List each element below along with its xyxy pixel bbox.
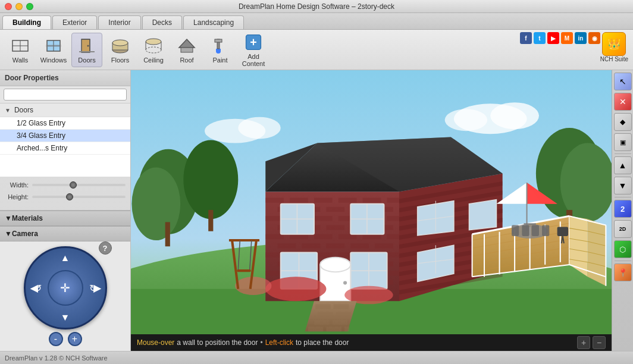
svg-rect-59 — [314, 234, 333, 239]
paint-icon — [211, 36, 230, 55]
tool-ceiling[interactable]: Ceiling — [138, 33, 169, 67]
linkedin-icon[interactable]: in — [575, 32, 587, 44]
facebook-icon[interactable]: f — [520, 32, 532, 44]
tab-landscaping[interactable]: Landscaping — [183, 15, 244, 29]
window-controls[interactable] — [5, 3, 33, 10]
viewport[interactable]: Mouse-over a wall to position the door •… — [131, 70, 612, 351]
camera-down[interactable]: ▼ — [61, 312, 70, 323]
left-panel: Door Properties ▼ Doors 1/2 Glass Entry … — [0, 70, 131, 351]
nch-label: NCH Suite — [600, 56, 628, 62]
tool-3d[interactable]: ⬡ — [614, 240, 632, 258]
tool-delete[interactable]: ✕ — [614, 93, 632, 111]
filter-bar — [0, 86, 130, 103]
door-item-three-quarter-glass[interactable]: 3/4 Glass Entry — [0, 130, 130, 142]
camera-section-header[interactable]: ▼ Camera — [0, 226, 130, 241]
twitter-icon[interactable]: t — [534, 32, 546, 44]
tab-decks[interactable]: Decks — [142, 15, 182, 29]
width-prop: Width: — [5, 181, 126, 189]
svg-rect-54 — [326, 225, 344, 230]
tool-doors[interactable]: Doors — [71, 33, 102, 67]
tool-walls[interactable]: Walls — [5, 33, 36, 67]
tool-paint[interactable]: Paint — [205, 33, 236, 67]
walls-label: Walls — [12, 57, 28, 64]
tool-windows[interactable]: Windows — [38, 33, 69, 67]
svg-rect-190 — [308, 327, 324, 331]
camera-center[interactable]: ✛ — [48, 270, 83, 306]
windows-label: Windows — [40, 57, 67, 64]
svg-point-176 — [235, 277, 271, 295]
status-bar: Mouse-over a wall to position the door •… — [131, 334, 612, 351]
viewport-zoom-in[interactable]: + — [577, 336, 590, 349]
door-item-arched[interactable]: Arched...s Entry — [0, 142, 130, 155]
category-arrow: ▼ — [5, 107, 11, 114]
tool-add-content[interactable]: + Add Content — [238, 33, 269, 67]
svg-rect-48 — [314, 216, 333, 221]
tab-interior[interactable]: Interior — [98, 15, 140, 29]
tab-exterior[interactable]: Exterior — [52, 15, 97, 29]
svg-rect-43 — [326, 207, 344, 212]
tool-floor-down[interactable]: ▼ — [614, 177, 632, 194]
height-slider-thumb[interactable] — [66, 193, 73, 200]
window-title: DreamPlan Home Design Software – 2story-… — [239, 2, 394, 11]
help-button[interactable]: ? — [99, 241, 112, 255]
help-icon[interactable]: ? — [99, 241, 112, 255]
rotate-left-icon[interactable]: ↺ — [34, 283, 42, 294]
zoom-in-button[interactable]: + — [68, 332, 82, 346]
tool-cursor[interactable]: ↖ — [614, 73, 632, 90]
svg-rect-182 — [237, 269, 250, 272]
tool-terrain[interactable]: ▣ — [614, 133, 632, 151]
youtube-icon[interactable]: ▶ — [547, 32, 559, 44]
svg-rect-62 — [387, 234, 399, 239]
svg-point-12 — [112, 40, 128, 46]
tab-building[interactable]: Building — [2, 15, 51, 29]
door-properties-title: Door Properties — [0, 70, 130, 86]
add-content-icon: + — [244, 33, 263, 52]
svg-rect-57 — [265, 234, 284, 239]
doors-category[interactable]: ▼ Doors — [0, 103, 130, 117]
zoom-out-button[interactable]: - — [49, 332, 63, 346]
svg-rect-167 — [512, 225, 519, 236]
tool-pin[interactable]: 📍 — [614, 263, 632, 281]
floors-icon — [111, 36, 130, 55]
paint-label: Paint — [212, 57, 227, 64]
zoom-viewport-controls: + − — [577, 336, 606, 349]
myspace-icon[interactable]: M — [561, 32, 573, 44]
svg-rect-36 — [290, 198, 308, 203]
tool-material[interactable]: ◆ — [614, 113, 632, 131]
tool-roof[interactable]: Roof — [171, 33, 202, 67]
maximize-button[interactable] — [26, 3, 33, 10]
width-slider-thumb[interactable] — [70, 181, 77, 189]
svg-rect-169 — [522, 225, 529, 236]
svg-rect-30 — [208, 210, 213, 231]
svg-rect-186 — [318, 312, 333, 317]
rss-icon[interactable]: ◉ — [588, 32, 600, 44]
roof-label: Roof — [180, 57, 193, 64]
viewport-zoom-out[interactable]: − — [593, 336, 606, 349]
filter-input[interactable] — [4, 89, 127, 101]
category-label: Doors — [14, 106, 33, 114]
materials-section-header[interactable]: ▼ Materials — [0, 211, 130, 226]
title-bar: DreamPlan Home Design Software – 2story-… — [0, 0, 633, 13]
tool-floors[interactable]: Floors — [105, 33, 136, 67]
camera-up[interactable]: ▲ — [61, 253, 70, 263]
tool-floor2[interactable]: 2 — [614, 200, 632, 218]
social-icons: f t ▶ M in ◉ — [520, 32, 600, 44]
svg-marker-17 — [179, 39, 195, 48]
close-button[interactable] — [5, 3, 12, 10]
tool-2d[interactable]: 2D — [614, 220, 632, 238]
camera-arrow: ▼ — [5, 230, 12, 238]
svg-point-124 — [343, 281, 347, 285]
door-tree-list: ▼ Doors 1/2 Glass Entry 3/4 Glass Entry … — [0, 103, 130, 177]
nch-suite-button[interactable]: 👑 NCH Suite — [600, 32, 628, 62]
width-slider-track[interactable] — [32, 184, 126, 186]
footer: DreamPlan v 1.28 © NCH Software — [0, 351, 633, 364]
minimize-button[interactable] — [15, 3, 23, 10]
height-slider-track[interactable] — [32, 196, 126, 198]
tool-floor-up[interactable]: ▲ — [614, 156, 632, 174]
compass-ring[interactable]: ▲ ▼ ◀ ▶ ✛ ↺ ↻ — [24, 246, 107, 330]
door-item-half-glass[interactable]: 1/2 Glass Entry — [0, 117, 130, 130]
svg-point-8 — [87, 45, 89, 46]
svg-rect-28 — [165, 222, 170, 246]
rotate-right-icon[interactable]: ↻ — [89, 283, 97, 294]
svg-rect-191 — [326, 327, 341, 331]
